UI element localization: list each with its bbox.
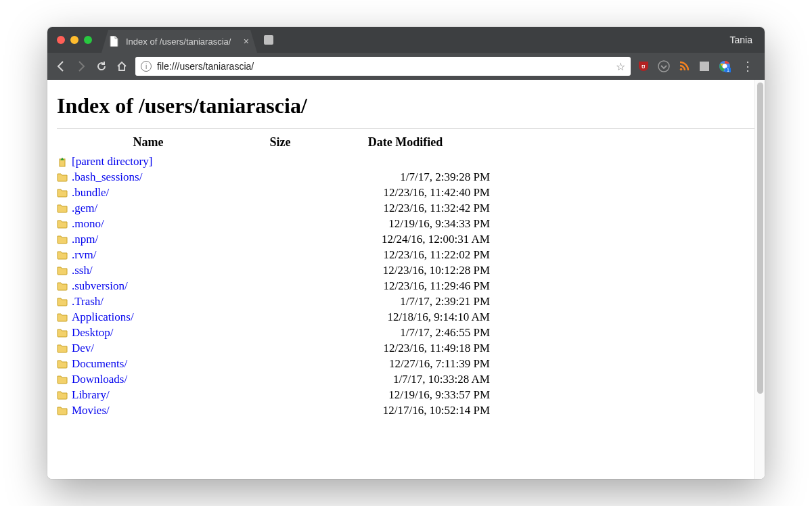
entry-name-cell: .bash_sessions/ — [72, 169, 240, 185]
entry-link[interactable]: .bash_sessions/ — [72, 170, 142, 183]
profile-name[interactable]: Tania — [718, 27, 765, 53]
entry-date: 12/23/16, 11:29:46 PM — [321, 278, 490, 294]
entry-date: 12/23/16, 10:12:28 PM — [321, 262, 490, 278]
entry-date: 12/17/16, 10:52:14 PM — [321, 402, 490, 418]
folder-icon — [57, 169, 72, 185]
folder-icon — [57, 247, 72, 262]
page-content: Index of /users/taniarascia/ Name Size D… — [47, 80, 765, 425]
entry-size — [240, 387, 321, 402]
back-button[interactable] — [54, 60, 68, 72]
forward-button[interactable] — [74, 60, 88, 72]
entry-size — [240, 247, 321, 262]
entry-name-cell: .npm/ — [72, 231, 240, 247]
minimize-window-button[interactable] — [70, 36, 78, 44]
rss-icon[interactable] — [678, 60, 690, 72]
entry-date: 1/7/17, 2:39:21 PM — [321, 294, 490, 309]
entry-link[interactable]: .mono/ — [72, 217, 104, 230]
entry-date: 12/18/16, 9:14:10 AM — [321, 309, 490, 325]
entry-link[interactable]: .npm/ — [72, 233, 98, 246]
entry-size — [240, 356, 321, 371]
tab-close-button[interactable]: × — [244, 36, 249, 47]
reload-button[interactable] — [95, 60, 108, 72]
maximize-window-button[interactable] — [84, 36, 92, 44]
entry-link[interactable]: .ssh/ — [72, 264, 93, 277]
table-row: Documents/12/27/16, 7:11:39 PM — [57, 356, 490, 371]
url-text: file:///users/taniarascia/ — [157, 61, 610, 72]
svg-rect-0 — [264, 35, 273, 45]
omnibox[interactable]: i file:///users/taniarascia/ ☆ — [135, 57, 631, 76]
up-icon — [57, 154, 72, 169]
entry-size — [240, 371, 321, 387]
entry-link[interactable]: .subversion/ — [72, 279, 128, 292]
site-info-icon[interactable]: i — [141, 61, 152, 72]
browser-tab[interactable]: Index of /users/taniarascia/ × — [102, 30, 257, 53]
entry-size — [240, 340, 321, 356]
folder-icon — [57, 402, 72, 418]
parent-directory-row: [parent directory] — [57, 154, 490, 169]
new-tab-button[interactable] — [257, 27, 280, 53]
table-row: .npm/12/24/16, 12:00:31 AM — [57, 231, 490, 247]
entry-date: 12/19/16, 9:34:33 PM — [321, 216, 490, 231]
entry-link[interactable]: Downloads/ — [72, 373, 127, 386]
chrome-profile-icon[interactable]: 1 — [719, 60, 731, 72]
close-window-button[interactable] — [57, 36, 65, 44]
table-row: Library/12/19/16, 9:33:57 PM — [57, 387, 490, 402]
viewport: Index of /users/taniarascia/ Name Size D… — [47, 80, 765, 479]
entry-link[interactable]: Library/ — [72, 388, 110, 401]
entry-name-cell: Movies/ — [72, 402, 240, 418]
extension-icons: ʊ 1 — [637, 60, 731, 72]
entry-link[interactable]: Dev/ — [72, 342, 94, 354]
entry-size — [240, 185, 321, 200]
traffic-lights — [47, 27, 102, 53]
entry-link[interactable]: Desktop/ — [72, 326, 113, 339]
entry-link[interactable]: Documents/ — [72, 357, 127, 370]
entry-link[interactable]: .Trash/ — [72, 295, 104, 308]
entry-size — [240, 231, 321, 247]
folder-icon — [57, 185, 72, 200]
scrollbar-thumb[interactable] — [757, 83, 763, 394]
table-row: Dev/12/23/16, 11:49:18 PM — [57, 340, 490, 356]
entry-name-cell: Downloads/ — [72, 371, 240, 387]
entry-size — [240, 262, 321, 278]
table-header-row: Name Size Date Modified — [57, 133, 490, 154]
column-header-name: Name — [57, 133, 240, 154]
scrollbar-track[interactable] — [754, 80, 765, 479]
entry-link[interactable]: .rvm/ — [72, 248, 96, 261]
folder-icon — [57, 278, 72, 294]
home-button[interactable] — [115, 60, 129, 72]
entry-date: 12/23/16, 11:42:40 PM — [321, 185, 490, 200]
entry-name-cell: .gem/ — [72, 200, 240, 216]
entry-date: 12/24/16, 12:00:31 AM — [321, 231, 490, 247]
svg-text:1: 1 — [727, 68, 729, 72]
column-header-size: Size — [240, 133, 321, 154]
entry-date: 1/7/17, 10:33:28 AM — [321, 371, 490, 387]
entry-size — [240, 200, 321, 216]
parent-directory-link[interactable]: [parent directory] — [72, 155, 152, 168]
entry-link[interactable]: Movies/ — [72, 404, 110, 417]
table-row: .mono/12/19/16, 9:34:33 PM — [57, 216, 490, 231]
folder-icon — [57, 200, 72, 216]
entry-name-cell: Documents/ — [72, 356, 240, 371]
table-row: .subversion/12/23/16, 11:29:46 PM — [57, 278, 490, 294]
entry-link[interactable]: .bundle/ — [72, 186, 109, 199]
svg-point-3 — [680, 68, 683, 71]
entry-link[interactable]: .gem/ — [72, 202, 97, 214]
entry-date: 12/23/16, 11:22:02 PM — [321, 247, 490, 262]
folder-icon — [57, 216, 72, 231]
folder-icon — [57, 356, 72, 371]
table-row: .ssh/12/23/16, 10:12:28 PM — [57, 262, 490, 278]
pocket-icon[interactable] — [658, 60, 670, 72]
entry-name-cell: .rvm/ — [72, 247, 240, 262]
extension-icon[interactable] — [698, 60, 710, 72]
toolbar: i file:///users/taniarascia/ ☆ ʊ 1 ⋮ — [47, 53, 765, 80]
table-row: Desktop/1/7/17, 2:46:55 PM — [57, 325, 490, 340]
entry-date: 12/19/16, 9:33:57 PM — [321, 387, 490, 402]
entry-link[interactable]: Applications/ — [72, 310, 134, 323]
entry-date: 1/7/17, 2:46:55 PM — [321, 325, 490, 340]
bookmark-star-icon[interactable]: ☆ — [616, 60, 625, 73]
ublock-icon[interactable]: ʊ — [637, 60, 650, 72]
tab-title: Index of /users/taniarascia/ — [126, 37, 237, 47]
entry-date: 12/23/16, 11:32:42 PM — [321, 200, 490, 216]
entry-name-cell: Library/ — [72, 387, 240, 402]
menu-button[interactable]: ⋮ — [738, 59, 758, 74]
